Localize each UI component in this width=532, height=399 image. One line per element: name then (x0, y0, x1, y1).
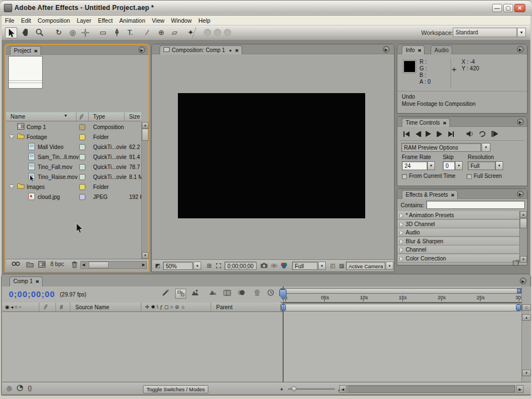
switches-icons[interactable]: ✛✱\ƒ◻○⊘☼ (145, 304, 187, 310)
menu-view[interactable]: View (149, 16, 168, 25)
work-area-end-handle[interactable] (516, 304, 521, 311)
menu-edit[interactable]: Edit (18, 16, 34, 25)
comp-marker-icon[interactable] (160, 289, 171, 299)
project-item-row[interactable]: Comp 1Composition (6, 122, 141, 132)
scroll-up-icon[interactable]: ▲ (142, 122, 149, 129)
scroll-down-icon[interactable]: ▼ (520, 256, 527, 263)
column-name[interactable]: Name (11, 114, 25, 120)
rotation-tool[interactable]: ↻ (53, 27, 65, 38)
column-source-name[interactable]: Source Name (75, 304, 109, 310)
zoom-tool[interactable] (33, 27, 45, 38)
close-icon[interactable]: ✖ (418, 48, 422, 53)
column-number[interactable]: # (60, 304, 63, 310)
orbit-camera-tool[interactable]: ◎ (66, 27, 79, 38)
menu-composition[interactable]: Composition (34, 16, 73, 25)
effects-category-row[interactable]: Color Correction (398, 254, 519, 263)
label-swatch[interactable] (79, 174, 85, 180)
work-area-bar[interactable] (280, 288, 521, 294)
resolution-arrow[interactable]: ▼ (318, 262, 326, 270)
panel-menu-icon[interactable]: ▶ (517, 46, 524, 53)
close-icon[interactable]: ✖ (451, 193, 455, 198)
composition-frame[interactable] (178, 93, 365, 218)
project-horizontal-scrollbar[interactable]: ◀ ▶ (80, 261, 147, 269)
contains-input[interactable] (426, 201, 525, 209)
work-area-end-handle[interactable] (517, 289, 521, 293)
close-button[interactable]: ✕ (514, 4, 525, 12)
scroll-down-icon[interactable]: ▼ (142, 252, 149, 259)
brainstorm-icon[interactable] (252, 289, 263, 299)
zoom-out-icon[interactable]: ▴ (280, 386, 283, 391)
ram-preview-options-arrow[interactable]: ▼ (482, 143, 490, 152)
rectangle-tool[interactable]: ▭ (97, 27, 109, 38)
comp-flowchart-icon[interactable] (175, 289, 186, 299)
timeline-layer-list[interactable] (2, 312, 283, 383)
effects-category-row[interactable]: Channel (398, 245, 519, 254)
project-item-row[interactable]: Sam_Tin...ll.movQuickTi...ovie91.4 M (6, 152, 141, 162)
project-item-row[interactable]: FootageFolder (6, 132, 141, 142)
label-swatch[interactable] (79, 144, 85, 150)
effects-category-row[interactable]: Audio (398, 228, 519, 237)
tab-effects-presets[interactable]: Effects & Presets✖ (402, 190, 458, 199)
timeline-horizontal-scrollbar[interactable] (347, 385, 515, 393)
label-swatch[interactable] (79, 154, 85, 160)
menu-animation[interactable]: Animation (116, 16, 149, 25)
scroll-right-icon[interactable]: ▶ (516, 385, 524, 393)
label-column-icon[interactable] (43, 304, 48, 311)
hand-tool[interactable] (19, 27, 32, 38)
expander-icon[interactable] (400, 248, 403, 252)
scroll-right-icon[interactable]: ▶ (142, 263, 145, 267)
effects-scrollbar[interactable]: ▲ ▼ (519, 211, 527, 263)
expander-icon[interactable] (400, 239, 403, 244)
frame-rate-field[interactable]: 24 (402, 161, 427, 170)
tab-audio[interactable]: Audio (431, 45, 452, 54)
brush-tool[interactable]: ∕ (141, 27, 154, 38)
color-depth-button[interactable]: 8 bpc (50, 261, 64, 267)
auto-keyframe-icon[interactable] (265, 289, 276, 299)
grid-options-icon[interactable]: ⊞ (205, 262, 213, 270)
project-columns-header[interactable]: Name▼TypeSize (6, 112, 141, 121)
tab-project[interactable]: Project✖ (10, 46, 41, 55)
label-swatch[interactable] (79, 124, 85, 130)
close-icon[interactable]: ✖ (35, 279, 39, 284)
resolution-field[interactable]: Full (468, 161, 495, 170)
selection-tool[interactable] (5, 27, 17, 38)
label-swatch[interactable] (79, 164, 85, 170)
expander-icon[interactable] (400, 222, 403, 227)
panel-menu-icon[interactable]: ▶ (383, 46, 390, 53)
magnification-select[interactable]: 50% (163, 262, 193, 270)
video-audio-icons[interactable]: ◉ ◂ ○ ▫ (5, 304, 21, 310)
from-current-time-checkbox[interactable] (402, 174, 407, 179)
expander-icon[interactable] (400, 231, 403, 235)
expand-parent-icon[interactable]: {} (28, 385, 32, 391)
find-icon[interactable] (12, 261, 20, 269)
label-swatch[interactable] (79, 184, 85, 190)
menu-file[interactable]: File (2, 16, 18, 25)
snapshot-icon[interactable] (260, 262, 268, 270)
skip-arrow[interactable]: ▼ (455, 161, 463, 170)
comp-button-icon[interactable]: ◫ (522, 304, 531, 311)
time-ruler[interactable]: 0s05s10s15s20s25s30s (280, 294, 521, 303)
close-icon[interactable]: ✖ (34, 49, 38, 54)
delete-icon[interactable] (71, 261, 78, 269)
resolution-select[interactable]: Full (292, 262, 318, 270)
new-animation-preset-icon[interactable] (513, 258, 519, 264)
scroll-thumb[interactable] (142, 129, 149, 141)
workspace-dropdown-arrow[interactable]: ▼ (517, 28, 526, 37)
expand-layers-icon[interactable]: ◎ (7, 385, 12, 392)
minimize-button[interactable]: — (492, 4, 502, 12)
effects-category-row[interactable]: 3D Channel (398, 220, 519, 228)
type-tool[interactable]: T. (124, 27, 136, 38)
scroll-down-icon[interactable]: ▼ (522, 370, 531, 376)
panel-menu-icon[interactable]: ▶ (517, 191, 524, 197)
expander-icon[interactable] (400, 213, 403, 218)
frame-blending-icon[interactable] (222, 289, 233, 299)
effects-category-row[interactable]: Blur & Sharpen (398, 237, 519, 245)
scroll-thumb[interactable] (520, 218, 527, 228)
workspace-icon-2[interactable] (214, 29, 221, 36)
scroll-left-icon[interactable]: ◀ (82, 263, 85, 267)
track-camera-tool[interactable] (79, 27, 91, 38)
new-composition-icon[interactable] (38, 261, 45, 269)
first-frame-button[interactable] (403, 129, 413, 137)
timeline-columns-header[interactable]: ◉ ◂ ○ ▫#Source Name✛✱\ƒ◻○⊘☼Parent (2, 303, 283, 312)
expander-icon[interactable] (9, 135, 14, 139)
